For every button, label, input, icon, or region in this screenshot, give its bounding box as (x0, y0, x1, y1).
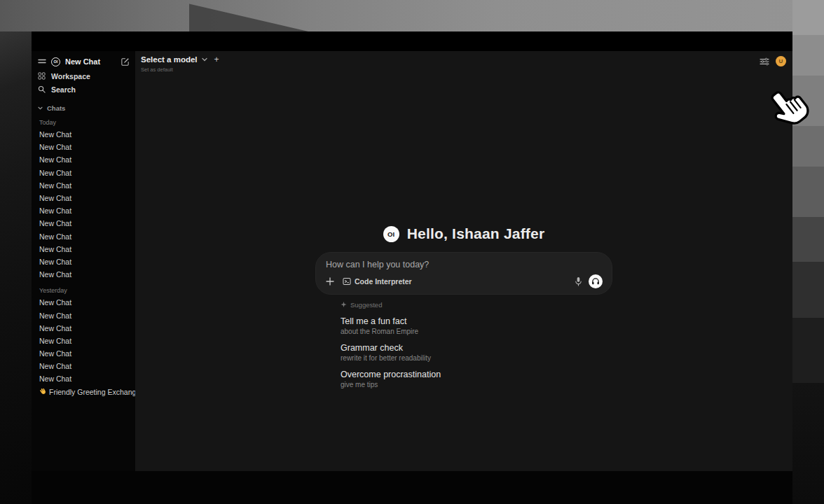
set-as-default-link[interactable]: Set as default (141, 66, 219, 73)
chat-item[interactable]: New Chat (38, 335, 130, 347)
chats-section-toggle[interactable]: Chats (38, 103, 130, 113)
chat-item-named[interactable]: Friendly Greeting Exchange (38, 386, 130, 398)
code-interpreter-label: Code Interpreter (355, 277, 412, 286)
sparkle-icon (341, 302, 347, 308)
suggested-prompt-title: Tell me a fun fact (341, 316, 612, 326)
desktop-background: OI New Chat Workspace Searc (0, 0, 824, 504)
chats-label: Chats (47, 104, 65, 112)
app-window: OI New Chat Workspace Searc (32, 31, 792, 471)
chat-item[interactable]: New Chat (38, 153, 130, 166)
chat-item[interactable]: New Chat (38, 309, 130, 321)
sidebar-toggle-icon[interactable] (38, 58, 46, 65)
chat-item[interactable]: New Chat (38, 322, 130, 335)
code-interpreter-icon (343, 277, 351, 286)
suggested-label: Suggested (350, 301, 382, 309)
message-composer[interactable]: How can I help you today? Code Interpret… (315, 252, 612, 295)
voice-call-button[interactable] (589, 274, 603, 288)
model-chevron-icon[interactable] (202, 57, 207, 62)
workspace-label: Workspace (51, 72, 90, 80)
suggested-prompt-subtitle: about the Roman Empire (341, 328, 612, 335)
welcome-block: OI Hello, Ishaan Jaffer How can I help y… (315, 225, 612, 388)
greeting-text: Hello, Ishaan Jaffer (407, 225, 545, 242)
chat-item[interactable]: New Chat (38, 179, 130, 192)
chat-item[interactable]: New Chat (38, 230, 130, 243)
code-interpreter-toggle[interactable]: Code Interpreter (343, 277, 412, 286)
suggested-prompt[interactable]: Overcome procrastinationgive me tips (341, 370, 612, 388)
suggested-prompt[interactable]: Grammar checkrewrite it for better reada… (341, 343, 612, 362)
chat-item[interactable]: New Chat (38, 268, 130, 281)
suggested-prompt-subtitle: give me tips (341, 381, 612, 388)
wallpaper-bottom-band (32, 470, 792, 504)
chat-item[interactable]: New Chat (38, 255, 130, 268)
suggested-section: Suggested Tell me a fun factabout the Ro… (315, 301, 612, 388)
suggested-prompt-title: Overcome procrastination (341, 370, 612, 379)
suggested-prompt-title: Grammar check (341, 343, 612, 353)
chat-group-label: Yesterday (39, 287, 130, 294)
model-selector[interactable]: Select a model (141, 55, 198, 64)
composer-placeholder: How can I help you today? (326, 260, 603, 270)
controls-sliders-icon[interactable] (760, 57, 769, 66)
app-logo-icon: OI (51, 57, 60, 66)
chat-item[interactable]: New Chat (38, 192, 130, 204)
chat-item[interactable]: New Chat (38, 167, 130, 179)
sidebar: OI New Chat Workspace Searc (32, 51, 135, 471)
user-avatar[interactable]: U (776, 56, 786, 66)
search-icon (38, 85, 46, 93)
search-label: Search (51, 85, 76, 94)
chat-item[interactable]: New Chat (38, 217, 130, 230)
workspace-grid-icon (38, 72, 46, 80)
wave-emoji-icon (39, 388, 46, 396)
chat-item[interactable]: New Chat (38, 296, 130, 309)
chat-item[interactable]: New Chat (38, 204, 130, 217)
suggested-prompt[interactable]: Tell me a fun factabout the Roman Empire (341, 316, 612, 335)
add-model-button[interactable]: + (214, 55, 219, 64)
headphones-icon (591, 277, 600, 286)
sidebar-item-search[interactable]: Search (38, 83, 130, 96)
wallpaper-left-band (0, 31, 32, 504)
window-top-strip (32, 31, 792, 51)
microphone-icon[interactable] (575, 276, 582, 286)
chat-item[interactable]: New Chat (38, 347, 130, 360)
chat-list: TodayNew ChatNew ChatNew ChatNew ChatNew… (38, 119, 130, 386)
new-chat-edit-icon[interactable] (121, 57, 130, 66)
greeting-logo-icon: OI (383, 226, 399, 242)
wallpaper-top-band (0, 0, 824, 31)
wallpaper-right-band (792, 0, 824, 504)
chat-item[interactable]: New Chat (38, 141, 130, 153)
named-chat-label: Friendly Greeting Exchange (49, 388, 135, 396)
sidebar-item-workspace[interactable]: Workspace (38, 69, 130, 83)
chat-group-label: Today (39, 119, 130, 126)
chat-item[interactable]: New Chat (38, 243, 130, 255)
chat-item[interactable]: New Chat (38, 372, 130, 385)
attach-plus-icon[interactable] (326, 277, 334, 286)
sidebar-title: New Chat (65, 57, 116, 66)
chevron-down-icon (38, 106, 43, 110)
suggested-prompt-subtitle: rewrite it for better readability (341, 354, 612, 362)
chat-item[interactable]: New Chat (38, 128, 130, 141)
chat-item[interactable]: New Chat (38, 360, 130, 372)
suggested-list: Tell me a fun factabout the Roman Empire… (341, 316, 612, 388)
main-area: Select a model + Set as default U (135, 51, 792, 471)
